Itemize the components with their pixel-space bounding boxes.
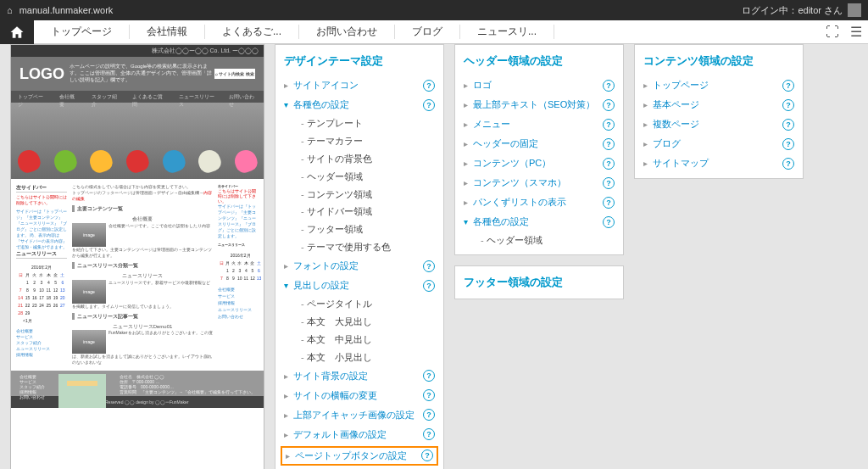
nav-item[interactable]: よくあるご... (205, 25, 299, 39)
setting-link[interactable]: フォントの設定 (293, 260, 423, 272)
chevron-icon: ▾ (464, 217, 468, 226)
sub-item[interactable]: テンプレート (301, 114, 435, 132)
sub-item[interactable]: ヘッダー領域 (301, 168, 435, 186)
setting-row[interactable]: ▾各種色の設定? (284, 95, 435, 114)
help-icon[interactable]: ? (423, 370, 435, 382)
sub-item[interactable]: サイトの背景色 (301, 150, 435, 168)
setting-link[interactable]: 上部アイキャッチ画像の設定 (293, 409, 423, 422)
help-icon[interactable]: ? (782, 158, 794, 170)
login-status: ログイン中：editor さん (742, 4, 843, 17)
setting-row[interactable]: ▸複数ページ? (643, 114, 794, 134)
url-text: manual.funmaker.work (19, 5, 114, 15)
avatar[interactable] (848, 3, 861, 17)
sub-item[interactable]: 本文 大見出し (301, 313, 435, 331)
help-icon[interactable]: ? (603, 119, 615, 131)
help-icon[interactable]: ? (421, 449, 433, 461)
help-icon[interactable]: ? (423, 409, 435, 421)
setting-link[interactable]: パンくずリストの表示 (473, 196, 603, 209)
setting-row[interactable]: ▸サイト背景の設定? (284, 366, 435, 386)
setting-link[interactable]: 各種色の設定 (473, 215, 603, 228)
fullscreen-button[interactable]: ⛶ (821, 20, 844, 44)
setting-link[interactable]: トップページ (653, 79, 782, 92)
setting-row[interactable]: ▸トップページ? (643, 75, 794, 95)
setting-row[interactable]: ▸ヘッダーの固定? (464, 134, 615, 154)
setting-link[interactable]: ロゴ (473, 79, 603, 92)
site-preview: 株式会社◯◯ー◯◯ Co. Ltd. ー◯◯◯ LOGO ホームページの説明文で… (10, 44, 264, 469)
setting-link[interactable]: メニュー (473, 118, 603, 131)
help-icon[interactable]: ? (423, 389, 435, 401)
setting-link[interactable]: 見出しの設定 (293, 279, 423, 292)
setting-row[interactable]: ▸パンくずリストの表示? (464, 193, 615, 212)
help-icon[interactable]: ? (603, 80, 615, 92)
setting-row[interactable]: ▸最上部テキスト（SEO対策）? (464, 95, 615, 114)
sub-item[interactable]: テーマで使用する色 (301, 238, 435, 256)
help-icon[interactable]: ? (423, 260, 435, 272)
setting-row[interactable]: ▸コンテンツ（PC）? (464, 154, 615, 173)
top-bar: ⌂ manual.funmaker.work ログイン中：editor さん (0, 0, 868, 20)
setting-link[interactable]: コンテンツ（スマホ） (473, 176, 603, 189)
setting-row[interactable]: ▸上部アイキャッチ画像の設定? (284, 405, 435, 425)
help-icon[interactable]: ? (603, 138, 615, 150)
sub-item[interactable]: フッター領域 (301, 221, 435, 238)
nav-item[interactable]: お問い合わせ (299, 25, 395, 39)
setting-row[interactable]: ▸サイトマップ? (643, 154, 794, 173)
setting-row[interactable]: ▸デフォルト画像の設定? (284, 425, 435, 444)
setting-link[interactable]: デフォルト画像の設定 (293, 428, 423, 441)
setting-row[interactable]: ▸ページトップボタンの設定? (281, 446, 438, 466)
setting-row[interactable]: ▸ブログ? (643, 134, 794, 154)
nav-item[interactable]: ニュースリ... (460, 25, 554, 39)
help-icon[interactable]: ? (603, 158, 615, 170)
sub-item[interactable]: ページタイトル (301, 295, 435, 313)
nav-item[interactable]: トップページ (34, 25, 130, 39)
chevron-icon: ▾ (284, 100, 288, 109)
sub-item[interactable]: サイドバー領域 (301, 203, 435, 221)
setting-row[interactable]: ▸サイトアイコン? (284, 75, 435, 95)
help-icon[interactable]: ? (423, 280, 435, 292)
setting-link[interactable]: コンテンツ（PC） (473, 157, 603, 170)
help-icon[interactable]: ? (603, 99, 615, 111)
nav-item[interactable]: ブログ (395, 25, 460, 39)
setting-link[interactable]: 複数ページ (653, 118, 782, 131)
help-icon[interactable]: ? (782, 119, 794, 131)
help-icon[interactable]: ? (603, 177, 615, 189)
setting-link[interactable]: ブログ (653, 137, 782, 150)
setting-link[interactable]: サイトマップ (653, 157, 782, 170)
help-icon[interactable]: ? (423, 428, 435, 440)
sub-item[interactable]: ヘッダー領域 (481, 232, 615, 249)
setting-row[interactable]: ▸サイトの横幅の変更? (284, 386, 435, 405)
setting-link[interactable]: ページトップボタンの設定 (295, 449, 421, 462)
panel-title: フッター領域の設定 (464, 275, 615, 290)
help-icon[interactable]: ? (782, 138, 794, 150)
help-icon[interactable]: ? (782, 80, 794, 92)
setting-link[interactable]: サイトアイコン (293, 79, 423, 92)
setting-row[interactable]: ▸コンテンツ（スマホ）? (464, 173, 615, 193)
setting-row[interactable]: ▸メニュー? (464, 114, 615, 134)
chevron-icon: ▸ (286, 451, 290, 461)
home-button[interactable] (0, 20, 34, 44)
setting-link[interactable]: サイト背景の設定 (293, 370, 423, 382)
setting-row[interactable]: ▾見出しの設定? (284, 276, 435, 295)
help-icon[interactable]: ? (782, 99, 794, 111)
setting-link[interactable]: 最上部テキスト（SEO対策） (473, 98, 603, 111)
chevron-icon: ▸ (284, 430, 288, 439)
help-icon[interactable]: ? (423, 80, 435, 92)
setting-row[interactable]: ▸ロゴ? (464, 75, 615, 95)
setting-link[interactable]: サイトの横幅の変更 (293, 389, 423, 402)
setting-row[interactable]: ▾各種色の設定? (464, 212, 615, 232)
help-icon[interactable]: ? (423, 99, 435, 111)
setting-link[interactable]: ヘッダーの固定 (473, 137, 603, 150)
help-icon[interactable]: ? (603, 216, 615, 228)
setting-row[interactable]: ▸フォントの設定? (284, 256, 435, 276)
sub-item[interactable]: コンテンツ領域 (301, 186, 435, 204)
logo-text: LOGO (19, 65, 64, 83)
nav-item[interactable]: 会社情報 (130, 25, 205, 39)
sub-item[interactable]: 本文 小見出し (301, 349, 435, 366)
sub-item[interactable]: 本文 中見出し (301, 331, 435, 349)
help-icon[interactable]: ? (603, 197, 615, 209)
chevron-icon: ▸ (464, 139, 468, 148)
menu-button[interactable]: ☰ (844, 20, 868, 44)
setting-row[interactable]: ▸基本ページ? (643, 95, 794, 114)
setting-link[interactable]: 各種色の設定 (293, 98, 423, 111)
sub-item[interactable]: テーマカラー (301, 132, 435, 150)
setting-link[interactable]: 基本ページ (653, 98, 782, 111)
